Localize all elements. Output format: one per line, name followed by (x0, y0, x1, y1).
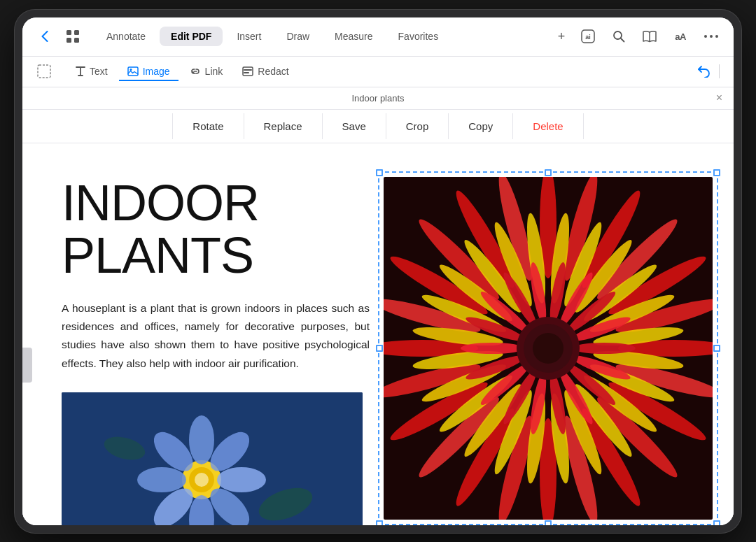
content-grid: INDOOR PLANTS A houseplant is a plant th… (62, 177, 700, 525)
tab-edit-pdf[interactable]: Edit PDF (160, 27, 223, 46)
svg-point-7 (704, 35, 707, 38)
book-button[interactable] (638, 25, 661, 48)
crop-button[interactable]: Crop (386, 113, 449, 139)
toolbar: Text Image Link (22, 57, 734, 87)
more-button[interactable] (700, 25, 722, 48)
sidebar-indicator[interactable] (22, 348, 32, 383)
main-content: INDOOR PLANTS A houseplant is a plant th… (22, 143, 734, 525)
context-label: Indoor plants (351, 93, 404, 104)
right-column (384, 177, 713, 522)
svg-point-19 (217, 467, 266, 492)
nav-right-icons: ai aA (577, 25, 722, 48)
toolbar-redact[interactable]: Redact (234, 62, 297, 81)
text-size-button[interactable]: aA (669, 25, 692, 48)
screen: Annotate Edit PDF Insert Draw Measure Fa… (22, 17, 734, 525)
nav-plus-button[interactable]: + (552, 27, 571, 46)
context-bar: Indoor plants × (22, 87, 734, 110)
replace-button[interactable]: Replace (244, 113, 323, 139)
ai-button[interactable]: ai (577, 25, 599, 48)
tab-insert[interactable]: Insert (225, 27, 272, 46)
toolbar-link[interactable]: Link (181, 62, 232, 81)
tab-measure[interactable]: Measure (323, 27, 384, 46)
delete-button[interactable]: Delete (513, 113, 583, 139)
left-column: INDOOR PLANTS A houseplant is a plant th… (62, 177, 384, 525)
svg-rect-3 (74, 38, 79, 43)
toolbar-text[interactable]: Text (67, 62, 116, 81)
nav-bar: Annotate Edit PDF Insert Draw Measure Fa… (22, 17, 734, 57)
svg-rect-1 (74, 30, 79, 35)
save-button[interactable]: Save (323, 113, 386, 139)
svg-point-81 (573, 343, 636, 354)
nav-back-button[interactable] (34, 25, 56, 48)
svg-rect-2 (66, 38, 71, 43)
nav-grid-button[interactable] (62, 25, 84, 48)
svg-text:ai: ai (585, 34, 591, 41)
tab-favorites[interactable]: Favorites (387, 27, 450, 46)
handle-top-left[interactable] (376, 169, 383, 176)
svg-point-8 (710, 35, 713, 38)
toolbar-divider (719, 64, 720, 78)
device-frame: Annotate Edit PDF Insert Draw Measure Fa… (14, 9, 742, 534)
nav-tabs: Annotate Edit PDF Insert Draw Measure Fa… (95, 27, 546, 46)
undo-button[interactable] (694, 62, 713, 81)
toolbar-right (694, 62, 720, 81)
rotate-button[interactable]: Rotate (172, 113, 244, 139)
handle-bottom-right[interactable] (713, 520, 720, 525)
toolbar-image[interactable]: Image (119, 62, 178, 81)
svg-rect-13 (243, 67, 253, 76)
svg-point-6 (614, 31, 622, 39)
pdf-body-text: A houseplant is a plant that is grown in… (62, 299, 370, 373)
svg-point-17 (189, 415, 214, 464)
red-flower-image (384, 177, 713, 520)
svg-point-25 (195, 473, 209, 487)
handle-bottom-center[interactable] (545, 520, 552, 525)
svg-point-23 (137, 467, 186, 492)
svg-rect-10 (38, 65, 50, 78)
selection-tool-icon[interactable] (36, 64, 52, 79)
tab-draw[interactable]: Draw (275, 27, 321, 46)
svg-point-90 (461, 343, 524, 354)
copy-button[interactable]: Copy (449, 113, 513, 139)
tab-annotate[interactable]: Annotate (95, 27, 157, 46)
handle-mid-right[interactable] (713, 345, 720, 352)
handle-top-right[interactable] (713, 169, 720, 176)
image-action-bar: Rotate Replace Save Crop Copy Delete (22, 110, 734, 143)
search-button[interactable] (608, 25, 630, 48)
svg-point-9 (715, 35, 718, 38)
selected-image-container[interactable] (384, 177, 713, 520)
pdf-page: INDOOR PLANTS A houseplant is a plant th… (22, 143, 734, 525)
svg-point-12 (130, 69, 132, 71)
handle-top-center[interactable] (545, 169, 552, 176)
blue-flower-image (62, 392, 363, 525)
pdf-title: INDOOR PLANTS (62, 177, 370, 283)
context-close-button[interactable]: × (716, 92, 722, 104)
svg-point-97 (533, 333, 564, 364)
svg-rect-0 (66, 30, 71, 35)
page-area[interactable]: INDOOR PLANTS A houseplant is a plant th… (22, 143, 734, 525)
